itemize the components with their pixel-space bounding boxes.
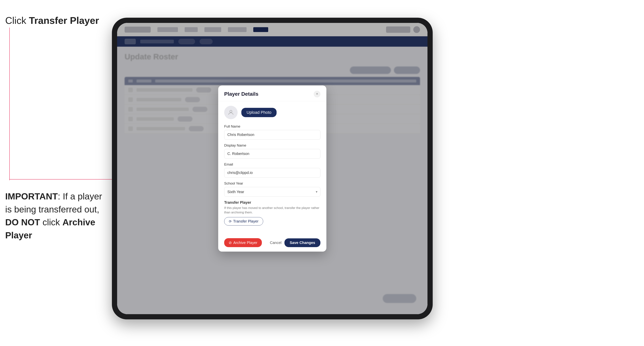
- full-name-group: Full Name: [224, 124, 320, 140]
- modal-footer: ⊘ Archive Player Cancel Save Changes: [218, 235, 326, 252]
- save-changes-button[interactable]: Save Changes: [284, 238, 320, 247]
- tablet-device: Update Roster: [112, 18, 433, 319]
- full-name-label: Full Name: [224, 124, 320, 129]
- transfer-icon: ⟳: [229, 219, 232, 223]
- avatar-section: Upload Photo: [224, 106, 320, 119]
- transfer-player-button[interactable]: ⟳ Transfer Player: [224, 217, 263, 225]
- display-name-label: Display Name: [224, 143, 320, 148]
- instruction-transfer-bold: Transfer Player: [29, 15, 99, 26]
- display-name-group: Display Name: [224, 143, 320, 159]
- email-input[interactable]: [224, 168, 320, 178]
- school-year-select[interactable]: First Year Second Year Third Year Fourth…: [224, 187, 320, 197]
- avatar-circle: [224, 106, 238, 119]
- instruction-bottom: IMPORTANT: If a player is being transfer…: [5, 190, 102, 242]
- school-year-group: School Year First Year Second Year Third…: [224, 181, 320, 197]
- modal-header: Player Details ×: [218, 85, 326, 101]
- tablet-inner: Update Roster: [117, 23, 428, 314]
- modal-overlay: Player Details ×: [117, 23, 428, 314]
- instruction-text2: click: [40, 217, 62, 227]
- display-name-input[interactable]: [224, 149, 320, 159]
- instruction-top: Click Transfer Player: [5, 15, 99, 26]
- modal-title: Player Details: [224, 91, 258, 97]
- important-label: IMPORTANT: [5, 191, 58, 201]
- transfer-section-title: Transfer Player: [224, 200, 320, 205]
- school-year-select-wrapper: First Year Second Year Third Year Fourth…: [224, 187, 320, 197]
- school-year-label: School Year: [224, 181, 320, 185]
- transfer-section: Transfer Player If this player has moved…: [224, 200, 320, 226]
- archive-player-button[interactable]: ⊘ Archive Player: [224, 238, 262, 247]
- transfer-description: If this player has moved to another scho…: [224, 206, 320, 215]
- close-icon: ×: [316, 92, 318, 96]
- full-name-input[interactable]: [224, 130, 320, 140]
- cancel-button[interactable]: Cancel: [270, 241, 282, 245]
- upload-photo-button[interactable]: Upload Photo: [241, 108, 276, 117]
- modal-body: Upload Photo Full Name Display Name: [218, 101, 326, 235]
- instruction-click-label: Click: [5, 15, 29, 26]
- transfer-btn-label: Transfer Player: [233, 219, 258, 223]
- svg-point-0: [230, 110, 232, 113]
- email-label: Email: [224, 162, 320, 167]
- archive-icon: ⊘: [229, 240, 232, 245]
- archive-btn-label: Archive Player: [233, 241, 258, 245]
- tablet-screen: Update Roster: [117, 23, 428, 314]
- do-not-label: DO NOT: [5, 217, 40, 227]
- player-details-modal: Player Details ×: [218, 85, 326, 252]
- arrow-line-vertical: [9, 27, 10, 180]
- modal-close-button[interactable]: ×: [314, 91, 320, 97]
- email-group: Email: [224, 162, 320, 178]
- person-icon: [228, 109, 234, 116]
